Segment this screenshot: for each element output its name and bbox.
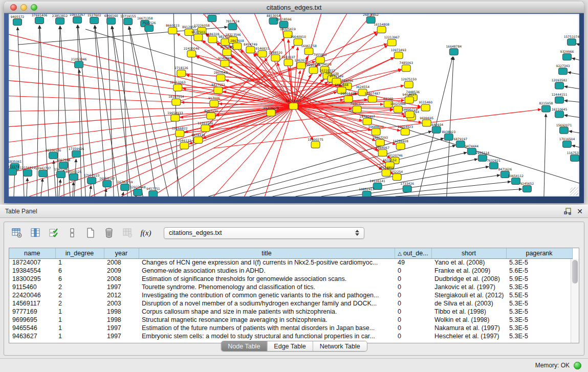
svg-text:10653267: 10653267 xyxy=(70,14,85,16)
black-edge xyxy=(54,161,56,196)
graph-node[interactable]: 12213363 xyxy=(170,80,186,91)
graph-node[interactable]: 17016504 xyxy=(559,137,575,148)
table-settings-icon[interactable] xyxy=(10,226,24,239)
graph-node[interactable]: 19218596 xyxy=(276,17,292,28)
graph-node[interactable]: 19654933 xyxy=(167,111,183,122)
graph-node[interactable]: 10973493 xyxy=(390,48,406,59)
table-row[interactable]: 946362711997Embryonic stem cells: a mode… xyxy=(9,332,572,340)
table-row[interactable]: 1830029562008Estimation of significance … xyxy=(9,275,572,283)
graph-node[interactable]: 9227343 xyxy=(556,64,570,75)
close-panel-icon[interactable]: ✕ xyxy=(577,208,583,215)
graph-node[interactable]: 18107554 xyxy=(168,95,184,105)
select-all-icon[interactable] xyxy=(47,226,60,239)
graph-node[interactable]: 9329966 xyxy=(560,50,574,60)
svg-text:17016504: 17016504 xyxy=(559,137,575,141)
graph-node[interactable]: 917006 xyxy=(208,96,220,107)
svg-text:8878334: 8878334 xyxy=(191,133,205,137)
graph-node[interactable]: 12975150 xyxy=(401,77,417,88)
graph-node[interactable]: 12444151 xyxy=(552,93,568,103)
graph-node[interactable]: 1527602 xyxy=(88,14,101,24)
column-visibility-icon[interactable] xyxy=(29,226,42,239)
new-table-icon[interactable] xyxy=(84,226,97,239)
tab-network-table[interactable]: Network Table xyxy=(313,341,367,351)
graph-node[interactable]: 252254 xyxy=(391,170,403,181)
graph-node[interactable]: 7857224 xyxy=(226,19,239,30)
citation-graph[interactable]: 9405572376914062385381210653267152760264… xyxy=(9,14,579,196)
graph-node[interactable]: 2718126 xyxy=(175,66,188,77)
column-header-pagerank[interactable]: pagerank xyxy=(506,248,572,258)
table-row[interactable]: 969969511998Structural magnetic resonanc… xyxy=(9,316,572,324)
network-canvas[interactable]: 9405572376914062385381210653267152760264… xyxy=(9,14,579,196)
graph-node[interactable]: 8660123 xyxy=(166,24,180,34)
graph-node[interactable]: 19300275 xyxy=(308,138,323,148)
graph-node[interactable]: 12156819 xyxy=(20,166,36,177)
graph-node[interactable]: 22420046 xyxy=(184,47,200,57)
column-header-title[interactable]: title xyxy=(139,248,395,258)
graph-node[interactable]: 9457751 xyxy=(146,187,160,196)
table-row[interactable]: 1872400712008Changes of HCN gene express… xyxy=(9,258,572,267)
column-header-in_degree[interactable]: in_degree xyxy=(55,248,104,258)
graph-node[interactable]: 10852417 xyxy=(359,187,375,196)
graph-node[interactable]: 15692071 xyxy=(556,123,572,134)
graph-node[interactable]: 16154808 xyxy=(374,23,389,33)
clear-selection-icon[interactable] xyxy=(66,226,79,239)
table-row[interactable]: 911546021997Tourette syndrome. Phenomeno… xyxy=(9,283,572,291)
svg-text:8660123: 8660123 xyxy=(166,24,180,27)
table-row[interactable]: 1456911722003Disruption of a novel membe… xyxy=(9,299,572,308)
close-window-button[interactable] xyxy=(10,4,17,11)
table-row[interactable]: 946554611997Estimation of the future num… xyxy=(9,324,572,332)
graph-node[interactable]: 16210645 xyxy=(552,107,568,118)
resize-grip[interactable] xyxy=(570,187,578,195)
window-titlebar[interactable]: citations_edges.txt xyxy=(4,2,584,13)
graph-node[interactable]: 11675315 xyxy=(567,151,579,162)
graph-node[interactable]: 16033809 xyxy=(204,14,220,22)
graph-node[interactable]: 9245652 xyxy=(520,182,534,192)
graph-node[interactable]: 13942737 xyxy=(35,166,51,177)
column-header-year[interactable]: year xyxy=(104,248,139,258)
svg-text:1615152: 1615152 xyxy=(383,158,397,162)
graph-node[interactable]: 12093582 xyxy=(552,78,568,89)
svg-text:20206526: 20206526 xyxy=(46,148,61,152)
table-scrollbar[interactable] xyxy=(571,259,579,343)
minimize-window-button[interactable] xyxy=(20,4,27,11)
graph-node[interactable]: 7955812 xyxy=(313,53,327,63)
graph-node[interactable]: 37691406 xyxy=(32,14,48,24)
graph-node[interactable]: 5822037 xyxy=(281,55,295,66)
svg-text:8215958: 8215958 xyxy=(539,101,553,105)
graph-node[interactable]: 1733426 xyxy=(400,182,414,192)
float-panel-icon[interactable] xyxy=(563,207,572,215)
table-row[interactable]: 2242004622012Investigating the contribut… xyxy=(9,291,572,299)
svg-text:23853812: 23853812 xyxy=(52,14,68,17)
graph-node[interactable]: 18720407 xyxy=(359,115,375,125)
column-header-short[interactable]: short xyxy=(431,248,506,258)
svg-text:7485063: 7485063 xyxy=(399,61,413,64)
svg-text:9329966: 9329966 xyxy=(560,50,574,53)
column-header-name[interactable]: name xyxy=(9,248,55,258)
scrollbar-thumb[interactable] xyxy=(572,260,578,283)
table-row[interactable]: 1938455462009Genome-wide association stu… xyxy=(9,267,572,275)
graph-node[interactable]: 1640934 xyxy=(429,123,443,134)
graph-node[interactable]: 23853812 xyxy=(52,14,68,25)
graph-node[interactable]: 19654923 xyxy=(397,125,413,136)
svg-text:10025488: 10025488 xyxy=(390,102,406,105)
graph-node[interactable]: 10653267 xyxy=(70,14,85,24)
graph-node[interactable]: 9115460 xyxy=(419,100,432,111)
table-selector-dropdown[interactable]: citations_edges.txt xyxy=(164,227,364,239)
graph-node[interactable]: 12505125 xyxy=(66,170,82,181)
graph-node[interactable]: 9405572 xyxy=(11,15,25,26)
column-header-out_de[interactable]: △out_de... xyxy=(395,248,431,258)
zoom-window-button[interactable] xyxy=(31,4,37,11)
tab-edge-table[interactable]: Edge Table xyxy=(267,341,313,351)
graph-node[interactable]: 16958107 xyxy=(99,177,115,187)
graph-node[interactable]: 20206526 xyxy=(46,148,61,159)
graph-node[interactable]: 16648784 xyxy=(446,45,462,55)
function-builder-icon[interactable]: f(x) xyxy=(139,226,153,239)
graph-node[interactable]: 6466160 xyxy=(104,14,118,25)
delete-table-icon[interactable] xyxy=(121,226,134,239)
table-row[interactable]: 977716911998Corpus callosum shape and si… xyxy=(9,308,572,316)
graph-node[interactable]: 8215958 xyxy=(539,101,553,112)
graph-node[interactable]: 7485063 xyxy=(399,61,413,72)
tab-node-table[interactable]: Node Table xyxy=(221,341,267,351)
delete-icon[interactable] xyxy=(102,226,116,239)
graph-node[interactable]: 9242848 xyxy=(218,56,232,67)
